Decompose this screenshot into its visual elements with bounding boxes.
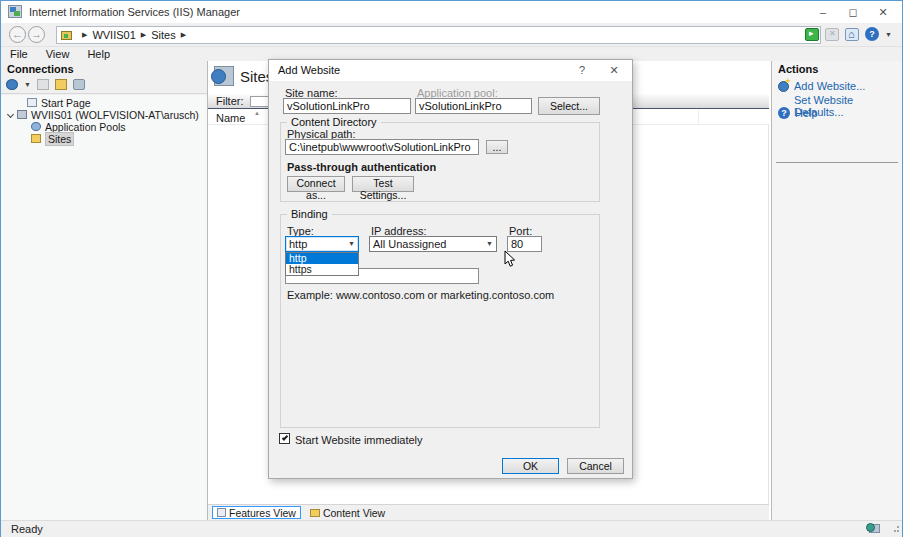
back-icon[interactable]: ← bbox=[9, 26, 26, 43]
server-icon bbox=[17, 110, 27, 119]
help-icon[interactable]: ? bbox=[865, 27, 879, 41]
connections-tree: Start Page WVIIS01 (WOLFVISION-AT\arusch… bbox=[1, 95, 207, 520]
crumb-arrow-icon: ▶ bbox=[82, 31, 87, 39]
crumb-arrow-icon: ▶ bbox=[141, 31, 146, 39]
sites-page-icon bbox=[214, 66, 234, 86]
view-tabs-bar: Features View Content View bbox=[208, 504, 769, 520]
site-name-input[interactable] bbox=[283, 98, 411, 114]
content-view-icon bbox=[310, 509, 320, 517]
crumb-arrow-icon: ▶ bbox=[181, 31, 186, 39]
go-icon[interactable] bbox=[805, 28, 819, 41]
connect-dropdown-icon[interactable]: ▼ bbox=[24, 81, 31, 88]
address-bar: ← → ▶ WVIIS01 ▶ Sites ▶ ? ▼ bbox=[1, 23, 902, 47]
breadcrumb-server[interactable]: WVIIS01 bbox=[92, 29, 135, 41]
menu-help[interactable]: Help bbox=[78, 47, 119, 61]
type-option-https[interactable]: https bbox=[286, 264, 358, 275]
filter-label: Filter: bbox=[216, 95, 244, 107]
chevron-down-icon: ▼ bbox=[486, 240, 493, 247]
status-bar: Ready bbox=[1, 520, 902, 537]
minimize-button[interactable]: – bbox=[808, 1, 838, 23]
tree-item-sites[interactable]: Sites bbox=[1, 133, 207, 144]
content-directory-group: Content Directory Physical path: ... Pas… bbox=[280, 122, 600, 202]
cancel-button[interactable]: Cancel bbox=[567, 458, 624, 474]
ip-address-combobox[interactable]: All Unassigned ▼ bbox=[369, 236, 497, 252]
chevron-down-icon: ▼ bbox=[348, 240, 355, 247]
tab-content-view[interactable]: Content View bbox=[306, 506, 389, 519]
forward-icon[interactable]: → bbox=[28, 26, 45, 43]
dialog-close-button[interactable]: ✕ bbox=[598, 60, 630, 81]
menu-view[interactable]: View bbox=[37, 47, 79, 61]
close-button[interactable]: ✕ bbox=[868, 1, 898, 23]
actions-panel: Actions Add Website... Set Website Defau… bbox=[771, 61, 902, 520]
refresh-server-icon[interactable] bbox=[73, 79, 85, 90]
app-icon bbox=[8, 5, 22, 18]
tree-item-application-pools[interactable]: Application Pools bbox=[1, 121, 207, 132]
browse-button[interactable]: ... bbox=[486, 140, 508, 154]
application-pools-icon bbox=[31, 122, 41, 131]
physical-path-input[interactable] bbox=[285, 139, 479, 155]
actions-header: Actions bbox=[772, 61, 902, 77]
checkmark-icon bbox=[282, 434, 288, 440]
help-dropdown-icon[interactable]: ▼ bbox=[885, 31, 892, 38]
tree-item-start-page[interactable]: Start Page bbox=[1, 97, 207, 108]
type-dropdown-list: http https bbox=[285, 252, 359, 276]
add-website-dialog: Add Website ? ✕ Site name: Application p… bbox=[268, 59, 633, 479]
sites-folder-icon bbox=[31, 134, 41, 143]
actions-separator bbox=[776, 162, 898, 163]
start-website-label: Start Website immediately bbox=[295, 434, 423, 446]
mouse-cursor bbox=[504, 250, 516, 268]
dialog-title-bar: Add Website ? ✕ bbox=[269, 60, 632, 81]
connect-server-icon[interactable] bbox=[6, 79, 18, 90]
binding-example-text: Example: www.contoso.com or marketing.co… bbox=[287, 289, 554, 301]
server-small-icon bbox=[61, 31, 72, 40]
test-settings-button[interactable]: Test Settings... bbox=[352, 176, 414, 192]
start-page-icon bbox=[27, 98, 37, 107]
content-directory-legend: Content Directory bbox=[287, 116, 381, 128]
binding-legend: Binding bbox=[287, 208, 332, 220]
dialog-help-button[interactable]: ? bbox=[566, 60, 598, 81]
select-app-pool-button[interactable]: Select... bbox=[538, 97, 600, 115]
column-separator bbox=[698, 110, 699, 125]
application-pool-input[interactable] bbox=[415, 98, 532, 114]
status-server-icon bbox=[869, 524, 880, 533]
connect-as-button[interactable]: Connect as... bbox=[287, 176, 345, 192]
action-help[interactable]: ? Help bbox=[778, 107, 818, 119]
connections-header: Connections bbox=[1, 61, 207, 77]
stop-icon bbox=[825, 28, 839, 41]
up-folder-icon[interactable] bbox=[55, 79, 67, 90]
selected-tree-label: Sites bbox=[45, 132, 74, 146]
tree-item-server[interactable]: WVIIS01 (WOLFVISION-AT\arusch) bbox=[1, 109, 207, 120]
dialog-title: Add Website bbox=[278, 64, 340, 76]
type-combobox[interactable]: http ▼ bbox=[285, 236, 359, 252]
help-circle-icon: ? bbox=[778, 107, 790, 119]
resize-grip[interactable] bbox=[890, 525, 899, 534]
connections-panel: Connections ▼ Start Page WVIIS01 (WOLFVI… bbox=[1, 61, 208, 520]
breadcrumb-sites[interactable]: Sites bbox=[151, 29, 175, 41]
expander-icon[interactable] bbox=[7, 111, 15, 119]
name-column-header[interactable]: Name bbox=[216, 112, 245, 124]
passthrough-auth-label: Pass-through authentication bbox=[287, 161, 436, 173]
iis-manager-window: Internet Information Services (IIS) Mana… bbox=[0, 0, 903, 537]
features-view-icon bbox=[217, 508, 226, 517]
menu-file[interactable]: File bbox=[1, 47, 37, 61]
start-website-checkbox[interactable] bbox=[279, 433, 290, 444]
title-bar: Internet Information Services (IIS) Mana… bbox=[1, 1, 902, 23]
sort-caret-icon: ▲ bbox=[254, 110, 260, 116]
binding-group: Binding Type: IP address: Port: http ▼ A… bbox=[280, 214, 600, 428]
action-add-website[interactable]: Add Website... bbox=[778, 80, 865, 92]
connections-toolbar: ▼ bbox=[1, 76, 207, 94]
breadcrumb[interactable]: ▶ WVIIS01 ▶ Sites ▶ bbox=[56, 26, 821, 44]
maximize-button[interactable]: ◻ bbox=[838, 1, 868, 23]
window-title: Internet Information Services (IIS) Mana… bbox=[29, 6, 240, 18]
add-website-icon bbox=[778, 81, 789, 92]
ok-button[interactable]: OK bbox=[502, 458, 559, 474]
save-icon bbox=[37, 79, 49, 90]
home-icon[interactable] bbox=[845, 28, 859, 41]
status-text: Ready bbox=[11, 523, 43, 535]
tab-features-view[interactable]: Features View bbox=[212, 506, 301, 519]
